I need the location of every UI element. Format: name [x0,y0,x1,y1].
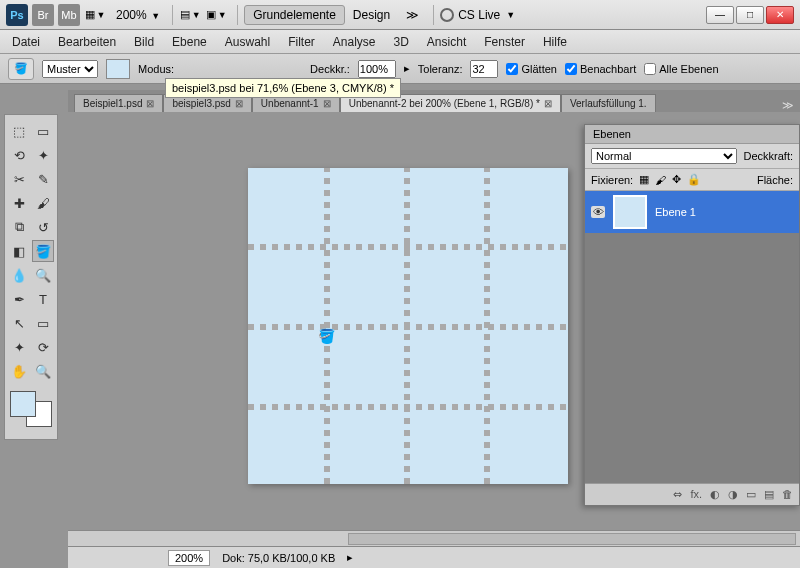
fill-type-select[interactable]: Muster [42,60,98,78]
workspace-more[interactable]: ≫ [398,6,427,24]
zoom-level[interactable]: 200% ▼ [116,8,160,22]
layers-panel: Ebenen Normal Deckkraft: Fixieren: ▦ 🖌 ✥… [584,124,800,506]
all-layers-checkbox[interactable]: Alle Ebenen [644,63,718,75]
arrange-icon[interactable]: ▦▼ [84,4,106,26]
tab-tooltip: beispiel3.psd bei 71,6% (Ebene 3, CMYK/8… [165,78,401,98]
layers-footer: ⇔ fx. ◐ ◑ ▭ ▤ 🗑 [585,483,799,505]
bridge-icon[interactable]: Br [32,4,54,26]
mode-label: Modus: [138,63,174,75]
maximize-button[interactable]: □ [736,6,764,24]
pen-tool[interactable]: ✒ [8,288,30,310]
extras-icon[interactable]: ▤▼ [179,4,201,26]
lock-all-icon[interactable]: 🔒 [687,173,701,186]
stamp-tool[interactable]: ⧉ [8,216,30,238]
eraser-tool[interactable]: ◧ [8,240,30,262]
mask-icon[interactable]: ◐ [710,488,720,501]
adjustment-icon[interactable]: ◑ [728,488,738,501]
status-zoom[interactable]: 200% [168,550,210,566]
layer-row[interactable]: 👁 Ebene 1 [585,191,799,233]
menu-auswahl[interactable]: Auswahl [225,35,270,49]
dodge-tool[interactable]: 🔍 [32,264,54,286]
current-tool-icon[interactable]: 🪣 [8,58,34,80]
trash-icon[interactable]: 🗑 [782,488,793,501]
lock-brush-icon[interactable]: 🖌 [655,174,666,186]
tolerance-label: Toleranz: [418,63,463,75]
toolbox: ⬚▭ ⟲✦ ✂✎ ✚🖌 ⧉↺ ◧🪣 💧🔍 ✒T ↖▭ ✦⟳ ✋🔍 [4,114,58,440]
menu-analyse[interactable]: Analyse [333,35,376,49]
menu-bearbeiten[interactable]: Bearbeiten [58,35,116,49]
opacity-label: Deckkr.: [310,63,350,75]
close-button[interactable]: ✕ [766,6,794,24]
menu-bar: Datei Bearbeiten Bild Ebene Auswahl Filt… [0,30,800,54]
3d-camera-tool[interactable]: ⟳ [32,336,54,358]
opacity-input[interactable] [358,60,396,78]
tolerance-input[interactable] [470,60,498,78]
fx-icon[interactable]: fx. [690,488,702,501]
color-swatches[interactable] [8,389,54,429]
blur-tool[interactable]: 💧 [8,264,30,286]
brush-tool[interactable]: 🖌 [32,192,54,214]
menu-ansicht[interactable]: Ansicht [427,35,466,49]
menu-fenster[interactable]: Fenster [484,35,525,49]
type-tool[interactable]: T [32,288,54,310]
workspace-design[interactable]: Design [345,6,398,24]
menu-datei[interactable]: Datei [12,35,40,49]
menu-ebene[interactable]: Ebene [172,35,207,49]
close-icon[interactable]: ⊠ [544,98,552,109]
pattern-swatch[interactable] [106,59,130,79]
move-tool[interactable]: ⬚ [8,120,30,142]
eyedropper-tool[interactable]: ✎ [32,168,54,190]
document-canvas[interactable] [248,168,568,484]
workspace-grundelemente[interactable]: Grundelemente [244,5,345,25]
lock-label: Fixieren: [591,174,633,186]
layer-thumbnail[interactable] [613,195,647,229]
lock-pixels-icon[interactable]: ▦ [639,173,649,186]
status-bar: 200% Dok: 75,0 KB/100,0 KB ▸ [68,546,800,568]
heal-tool[interactable]: ✚ [8,192,30,214]
antialias-checkbox[interactable]: Glätten [506,63,556,75]
menu-bild[interactable]: Bild [134,35,154,49]
minimize-button[interactable]: — [706,6,734,24]
tab-verlauf[interactable]: Verlaufsfüllung 1. [561,94,656,112]
link-layers-icon[interactable]: ⇔ [673,488,682,501]
3d-tool[interactable]: ✦ [8,336,30,358]
tab-overflow[interactable]: ≫ [782,99,794,112]
path-tool[interactable]: ↖ [8,312,30,334]
hand-tool[interactable]: ✋ [8,360,30,382]
close-icon[interactable]: ⊠ [146,98,154,109]
marquee-tool[interactable]: ▭ [32,120,54,142]
crop-tool[interactable]: ✂ [8,168,30,190]
history-brush-tool[interactable]: ↺ [32,216,54,238]
wand-tool[interactable]: ✦ [32,144,54,166]
group-icon[interactable]: ▭ [746,488,756,501]
bucket-tool[interactable]: 🪣 [32,240,54,262]
layer-name[interactable]: Ebene 1 [655,206,696,218]
new-layer-icon[interactable]: ▤ [764,488,774,501]
fill-label: Fläche: [757,174,793,186]
contiguous-checkbox[interactable]: Benachbart [565,63,636,75]
visibility-icon[interactable]: 👁 [591,206,605,218]
cs-live[interactable]: CS Live▼ [440,8,515,22]
menu-hilfe[interactable]: Hilfe [543,35,567,49]
status-doc-size: Dok: 75,0 KB/100,0 KB [222,552,335,564]
blend-mode-select[interactable]: Normal [591,148,737,164]
close-icon[interactable]: ⊠ [323,98,331,109]
lock-move-icon[interactable]: ✥ [672,173,681,186]
menu-3d[interactable]: 3D [394,35,409,49]
tab-beispiel1[interactable]: Beispiel1.psd⊠ [74,94,163,112]
bucket-cursor-icon: 🪣 [318,328,335,344]
horizontal-scrollbar[interactable] [68,530,800,546]
shape-tool[interactable]: ▭ [32,312,54,334]
app-icon: Ps [6,4,28,26]
zoom-tool[interactable]: 🔍 [32,360,54,382]
menu-filter[interactable]: Filter [288,35,315,49]
screen-mode-icon[interactable]: ▣▼ [205,4,227,26]
close-icon[interactable]: ⊠ [235,98,243,109]
lasso-tool[interactable]: ⟲ [8,144,30,166]
layers-tab[interactable]: Ebenen [585,125,799,144]
title-bar: Ps Br Mb ▦▼ 200% ▼ ▤▼ ▣▼ Grundelemente D… [0,0,800,30]
opacity-label: Deckkraft: [743,150,793,162]
minibridge-icon[interactable]: Mb [58,4,80,26]
